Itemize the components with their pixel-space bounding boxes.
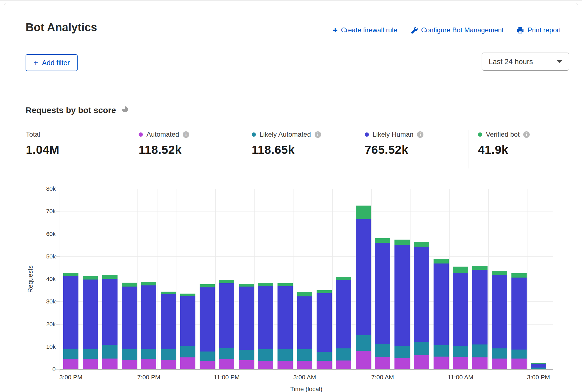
stat-value: 765.52k bbox=[365, 143, 468, 157]
y-tick-mark bbox=[56, 369, 60, 370]
x-tick-label: 3:00 AM bbox=[285, 374, 324, 381]
chart-bar[interactable] bbox=[239, 284, 254, 369]
chart-bar[interactable] bbox=[394, 240, 410, 369]
chart-bar[interactable] bbox=[356, 206, 371, 369]
bar-segment-automated bbox=[317, 361, 332, 370]
time-range-select[interactable]: Last 24 hours bbox=[482, 53, 569, 71]
bar-segment-verified-bot bbox=[278, 283, 293, 286]
create-firewall-rule-link[interactable]: + Create firewall rule bbox=[333, 26, 397, 34]
x-tick-label: 3:00 PM bbox=[51, 374, 91, 381]
bar-segment-likely-human bbox=[336, 280, 351, 348]
chart-bar[interactable] bbox=[453, 267, 468, 369]
bar-segment-verified-bot bbox=[297, 292, 312, 296]
print-report-link[interactable]: Print report bbox=[516, 26, 561, 34]
bar-segment-likely-automated bbox=[414, 342, 429, 355]
bar-segment-likely-automated bbox=[434, 345, 449, 357]
stat-likely-automated: Likely Automatedi118.65k bbox=[242, 130, 355, 168]
bar-segment-likely-automated bbox=[63, 349, 78, 359]
action-label: Create firewall rule bbox=[341, 26, 397, 34]
bar-segment-likely-human bbox=[278, 286, 293, 349]
bar-segment-verified-bot bbox=[258, 283, 273, 286]
y-tick-mark bbox=[56, 301, 60, 302]
chart-bar[interactable] bbox=[258, 283, 273, 369]
bar-segment-likely-automated bbox=[453, 346, 468, 357]
x-axis-origin-tick bbox=[60, 369, 60, 372]
chart-bar[interactable] bbox=[375, 238, 390, 369]
page-top-border bbox=[0, 1, 582, 1]
stat-value: 1.04M bbox=[26, 143, 129, 157]
info-icon[interactable]: i bbox=[417, 131, 423, 138]
gridline-horizontal bbox=[60, 256, 553, 257]
gridline-horizontal bbox=[60, 189, 553, 189]
bar-segment-likely-human bbox=[161, 294, 176, 349]
bar-segment-automated bbox=[375, 357, 390, 369]
chart-bar[interactable] bbox=[63, 273, 78, 369]
bar-segment-likely-human bbox=[472, 270, 488, 344]
section-heading: Requests by bot score bbox=[26, 105, 129, 115]
chart-bar[interactable] bbox=[141, 282, 156, 369]
chart-bar[interactable] bbox=[180, 294, 195, 369]
bar-segment-automated bbox=[141, 359, 156, 369]
legend-dot bbox=[252, 132, 256, 137]
bar-segment-likely-automated bbox=[531, 368, 546, 368]
bar-segment-verified-bot bbox=[102, 275, 118, 279]
bar-segment-likely-human bbox=[453, 273, 468, 346]
y-tick-label: 60k bbox=[33, 230, 56, 238]
legend-dot bbox=[139, 132, 143, 137]
y-tick-label: 10k bbox=[33, 343, 56, 350]
bar-segment-likely-automated bbox=[278, 349, 293, 361]
chart-bar[interactable] bbox=[83, 276, 98, 369]
add-filter-label: Add filter bbox=[42, 59, 70, 67]
bar-segment-verified-bot bbox=[375, 238, 390, 243]
bar-segment-likely-human bbox=[122, 287, 137, 350]
bar-segment-likely-automated bbox=[200, 352, 215, 361]
bar-segment-automated bbox=[356, 351, 371, 369]
bot-analytics-page: Bot Analytics + Create firewall rule Con… bbox=[0, 0, 582, 392]
bar-segment-automated bbox=[180, 357, 195, 369]
printer-icon bbox=[516, 26, 524, 34]
bar-segment-verified-bot bbox=[414, 242, 429, 247]
stat-value: 118.52k bbox=[139, 143, 242, 157]
chart-bar[interactable] bbox=[102, 275, 118, 369]
bar-segment-verified-bot bbox=[122, 283, 137, 287]
stat-likely-human: Likely Humani765.52k bbox=[355, 130, 468, 168]
bar-segment-likely-automated bbox=[472, 344, 488, 358]
bar-segment-verified-bot bbox=[356, 206, 371, 219]
info-icon[interactable]: i bbox=[315, 131, 321, 138]
chart-bar[interactable] bbox=[434, 259, 449, 369]
bar-segment-verified-bot bbox=[492, 271, 507, 275]
chart-bar[interactable] bbox=[511, 273, 527, 369]
chart-bar[interactable] bbox=[297, 292, 312, 369]
stat-label: Automated bbox=[146, 130, 179, 138]
y-tick-mark bbox=[56, 234, 60, 234]
chart-bar[interactable] bbox=[414, 242, 429, 369]
add-filter-button[interactable]: + Add filter bbox=[26, 54, 78, 71]
bar-segment-likely-automated bbox=[161, 349, 176, 360]
chart-bar[interactable] bbox=[317, 290, 332, 369]
bar-segment-automated bbox=[239, 360, 254, 369]
bar-segment-likely-human bbox=[102, 279, 118, 345]
y-tick-label: 50k bbox=[33, 253, 56, 260]
bar-segment-likely-human bbox=[141, 285, 156, 349]
configure-bot-management-link[interactable]: Configure Bot Management bbox=[410, 26, 504, 34]
bar-segment-verified-bot bbox=[453, 267, 468, 273]
stat-total: Total1.04M bbox=[26, 130, 129, 168]
bar-segment-likely-human bbox=[317, 293, 332, 352]
chart-bar[interactable] bbox=[492, 271, 507, 369]
chart-bar[interactable] bbox=[219, 280, 234, 369]
chart-bar[interactable] bbox=[200, 284, 215, 370]
x-tick-label: 3:00 PM bbox=[519, 374, 558, 381]
bar-segment-likely-automated bbox=[239, 350, 254, 360]
chart-bar[interactable] bbox=[161, 292, 176, 369]
chart-bar[interactable] bbox=[278, 283, 293, 369]
bar-segment-likely-human bbox=[180, 296, 195, 346]
chart-bar[interactable] bbox=[472, 266, 488, 369]
info-icon[interactable]: i bbox=[183, 131, 189, 138]
y-tick-mark bbox=[56, 211, 60, 211]
chart-bar[interactable] bbox=[122, 283, 137, 369]
chart-bar[interactable] bbox=[531, 363, 546, 369]
chart-bar[interactable] bbox=[336, 277, 351, 369]
info-icon[interactable]: i bbox=[523, 131, 530, 138]
y-tick-mark bbox=[56, 189, 60, 189]
gridline-horizontal bbox=[60, 234, 553, 234]
